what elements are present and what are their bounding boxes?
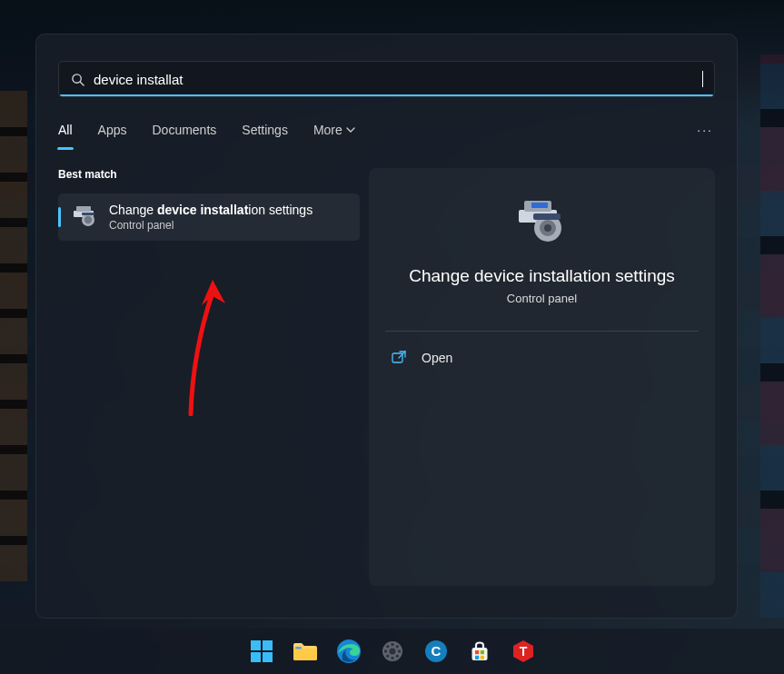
tab-more[interactable]: More [313,115,355,144]
result-item-change-device-installation[interactable]: Change device installation settings Cont… [58,193,360,241]
divider [385,331,699,332]
taskbar-settings[interactable] [374,633,411,669]
result-title: Change device installation settings [109,203,313,217]
taskbar-edge[interactable] [331,633,367,669]
svg-rect-16 [251,640,261,650]
svg-rect-17 [263,640,273,650]
tab-settings[interactable]: Settings [242,115,288,144]
search-filter-tabs: All Apps Documents Settings More ··· [36,97,737,144]
svg-rect-9 [531,203,548,208]
open-label: Open [422,351,452,365]
svg-line-31 [386,655,388,657]
svg-rect-13 [533,213,561,220]
svg-rect-20 [293,649,317,660]
svg-text:T: T [519,644,527,659]
focus-underline [60,94,713,96]
tab-apps[interactable]: Apps [98,115,127,144]
text-caret [702,71,703,87]
taskbar-start-button[interactable] [243,633,280,669]
svg-rect-18 [251,652,261,662]
svg-point-12 [544,224,551,232]
svg-point-5 [84,216,92,223]
taskbar-app-c[interactable]: C [418,633,454,669]
section-best-match: Best match [58,168,360,181]
svg-line-29 [386,646,388,648]
svg-rect-38 [475,656,479,659]
tab-apps-label: Apps [98,123,127,137]
open-icon [391,350,407,366]
device-install-icon [73,204,98,230]
svg-rect-6 [82,213,94,215]
taskbar-store[interactable] [461,633,498,669]
svg-rect-39 [480,656,483,659]
start-search-panel: All Apps Documents Settings More ··· Bes… [35,34,738,619]
svg-rect-35 [471,648,487,660]
svg-rect-19 [263,652,273,662]
overflow-menu-button[interactable]: ··· [697,123,715,137]
result-text: Change device installation settings Cont… [109,203,313,232]
svg-text:C: C [431,643,441,659]
svg-point-0 [72,74,80,82]
svg-line-30 [396,655,398,657]
open-action[interactable]: Open [385,341,699,375]
tab-documents[interactable]: Documents [152,115,216,144]
svg-point-24 [389,649,395,655]
tab-documents-label: Documents [152,123,216,137]
svg-line-32 [396,646,398,648]
svg-rect-21 [295,647,302,649]
results-list: Best match Change device installation se… [58,168,360,586]
device-install-large-icon [517,201,568,244]
tab-settings-label: Settings [242,123,288,137]
search-bar-container [36,35,737,97]
tab-all[interactable]: All [58,115,73,144]
tab-all-label: All [58,123,73,137]
search-input[interactable] [94,72,702,87]
detail-title: Change device installation settings [409,266,675,286]
taskbar: C T [0,629,784,674]
result-subtitle: Control panel [109,219,313,232]
search-bar[interactable] [58,61,715,97]
svg-rect-36 [475,650,479,654]
detail-subtitle: Control panel [507,292,577,305]
results-area: Best match Change device installation se… [36,144,737,608]
tab-more-label: More [313,123,342,137]
svg-line-1 [80,82,84,85]
svg-rect-3 [76,206,91,212]
taskbar-app-t[interactable]: T [505,633,541,669]
search-icon [70,72,84,86]
svg-rect-14 [392,353,402,362]
taskbar-file-explorer[interactable] [287,633,323,669]
result-detail-pane: Change device installation settings Cont… [369,168,715,586]
svg-rect-37 [480,650,483,654]
chevron-down-icon [346,125,355,134]
